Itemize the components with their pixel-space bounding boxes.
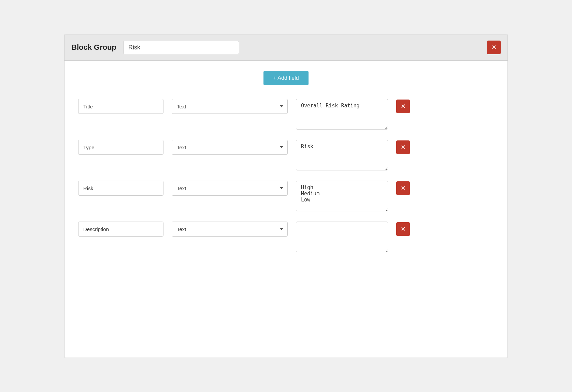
block-group-label: Block Group xyxy=(71,43,116,52)
field-type-select-2[interactable]: TextNumberDateBooleanSelect xyxy=(172,140,288,155)
close-icon: ✕ xyxy=(401,103,406,110)
field-type-select-3[interactable]: TextNumberDateBooleanSelect xyxy=(172,181,288,196)
field-name-input-3[interactable] xyxy=(78,181,163,196)
field-value-textarea-3[interactable] xyxy=(296,181,388,211)
close-icon: ✕ xyxy=(401,225,406,233)
close-icon: ✕ xyxy=(401,184,406,192)
modal-header: Block Group ✕ xyxy=(65,34,507,61)
field-value-textarea-4[interactable] xyxy=(296,222,388,252)
block-group-name-input[interactable] xyxy=(123,41,239,54)
field-value-textarea-2[interactable] xyxy=(296,140,388,170)
field-type-select-4[interactable]: TextNumberDateBooleanSelect xyxy=(172,222,288,237)
fields-container: TextNumberDateBooleanSelect✕TextNumberDa… xyxy=(78,99,494,252)
modal-close-button[interactable]: ✕ xyxy=(487,41,501,54)
field-name-input-1[interactable] xyxy=(78,99,163,114)
field-delete-button-2[interactable]: ✕ xyxy=(396,140,410,154)
table-row: TextNumberDateBooleanSelect✕ xyxy=(78,140,494,170)
field-name-input-2[interactable] xyxy=(78,140,163,155)
table-row: TextNumberDateBooleanSelect✕ xyxy=(78,222,494,252)
add-field-button[interactable]: + Add field xyxy=(263,71,308,85)
field-type-select-1[interactable]: TextNumberDateBooleanSelect xyxy=(172,99,288,114)
table-row: TextNumberDateBooleanSelect✕ xyxy=(78,99,494,130)
close-icon: ✕ xyxy=(491,44,497,51)
block-group-modal: Block Group ✕ + Add field TextNumberDate… xyxy=(64,34,508,358)
close-icon: ✕ xyxy=(401,144,406,151)
field-value-textarea-1[interactable] xyxy=(296,99,388,130)
add-field-label: + Add field xyxy=(273,75,299,81)
field-delete-button-3[interactable]: ✕ xyxy=(396,181,410,195)
table-row: TextNumberDateBooleanSelect✕ xyxy=(78,181,494,211)
field-delete-button-4[interactable]: ✕ xyxy=(396,222,410,236)
modal-body: + Add field TextNumberDateBooleanSelect✕… xyxy=(65,61,507,273)
add-field-row: + Add field xyxy=(78,71,494,85)
field-delete-button-1[interactable]: ✕ xyxy=(396,100,410,113)
field-name-input-4[interactable] xyxy=(78,222,163,237)
